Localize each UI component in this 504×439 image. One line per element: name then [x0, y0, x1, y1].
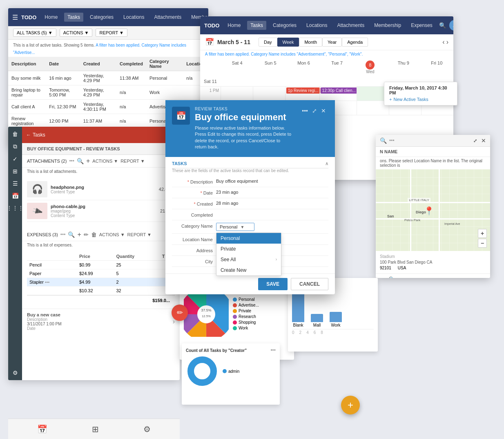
sidebar-list-icon[interactable]: ☰ — [13, 180, 18, 187]
exp-report-btn[interactable]: REPORT ▼ — [127, 232, 152, 237]
row-more-icon[interactable]: ••• — [45, 280, 50, 284]
att-search-icon[interactable]: 🔍 — [77, 158, 84, 164]
cal-prev-icon[interactable]: ‹ — [442, 38, 444, 46]
map-maximize-icon[interactable]: ⤢ — [473, 138, 477, 143]
exp-more-icon[interactable]: ••• — [60, 232, 66, 237]
cal-next-icon[interactable]: › — [446, 38, 448, 46]
cal-nav-membership[interactable]: Membership — [371, 21, 404, 30]
dropdown-option-see-all[interactable]: See All › — [216, 254, 281, 265]
cal-search-icon[interactable]: 🔍 — [439, 22, 446, 29]
sidebar-apps-icon[interactable]: ⋮⋮⋮ — [8, 205, 24, 211]
fab-button[interactable]: + — [341, 396, 360, 414]
cal-tab-year[interactable]: Year — [322, 38, 342, 47]
cal-nav-expenses[interactable]: Expenses — [408, 21, 436, 30]
table-row[interactable]: Stapler ••• $4.99 2 — [27, 278, 175, 287]
slot-mon6-1pm[interactable]: 1p Review regi... — [285, 87, 319, 101]
zoom-in-btn[interactable]: + — [478, 229, 487, 238]
map-more-icon[interactable]: ••• — [389, 138, 395, 143]
map-country: USA — [398, 266, 406, 270]
map-forward-icon[interactable]: → — [416, 276, 422, 278]
dialog-close-btn[interactable]: ✕ — [320, 107, 327, 115]
table-row[interactable]: Paper $24.99 5 — [27, 269, 175, 278]
mobile-grid-icon[interactable]: ⊞ — [92, 424, 99, 434]
nav-tasks[interactable]: Tasks — [64, 13, 83, 22]
map-more2-icon[interactable]: ••• — [380, 276, 385, 278]
nav-attachments[interactable]: Attachments — [151, 13, 185, 22]
tasks-collapse-icon[interactable]: ∧ — [325, 161, 328, 166]
att-section-title: BUY OFFICE EQUIPMENT - REVIEW TASKS — [22, 143, 180, 155]
table-row[interactable]: Pencil $0.99 25 — [27, 261, 175, 269]
cal-nav-tasks[interactable]: Tasks — [247, 21, 266, 30]
report-btn[interactable]: REPORT ▼ — [96, 29, 127, 37]
map-back-icon[interactable]: ← — [407, 276, 413, 278]
map-close-icon[interactable]: ✕ — [481, 137, 486, 144]
nav-home[interactable]: Home — [41, 13, 61, 22]
nav-categories[interactable]: Categories — [87, 13, 117, 22]
category-dropdown[interactable]: Personal ▼ — [216, 223, 254, 231]
cancel-button[interactable]: CANCEL — [291, 278, 328, 290]
save-button[interactable]: SAVE — [258, 278, 288, 290]
att-more-icon[interactable]: ••• — [69, 158, 74, 164]
zoom-out-btn[interactable]: − — [478, 239, 487, 248]
exp-delete-icon[interactable]: 🗑 — [91, 231, 97, 238]
sidebar-check-icon[interactable]: ✓ — [13, 156, 18, 162]
cal-nav-locations[interactable]: Locations — [303, 21, 330, 30]
dropdown-option-create-new[interactable]: Create New — [216, 265, 281, 275]
actions-btn[interactable]: ACTIONS ▼ — [60, 29, 93, 37]
slot-sun5-1pm[interactable] — [253, 87, 285, 101]
table-row[interactable]: Bring laptop to repair Tomorrow, 5:00 PM… — [8, 85, 208, 100]
exp-search-icon[interactable]: 🔍 — [68, 231, 75, 238]
all-tasks-btn[interactable]: ALL TASKS (5) ▼ — [13, 29, 56, 37]
map-search-icon[interactable]: 🔍 — [380, 137, 387, 144]
event-review[interactable]: 1p Review regi... — [286, 87, 320, 94]
sidebar-grid-icon[interactable]: ⊞ — [13, 168, 18, 175]
table-row[interactable]: $10.32 32 — [27, 287, 175, 295]
dropdown-option-personal[interactable]: Personal — [216, 233, 281, 244]
donut-more-icon[interactable]: ••• — [270, 347, 276, 353]
dialog-header: 📅 REVIEW TASKS Buy office equipment Plea… — [165, 100, 335, 157]
cal-icon[interactable]: 📅 — [205, 38, 214, 47]
edit-fab-button[interactable]: ✏ — [172, 305, 188, 321]
hamburger-icon[interactable]: ☰ — [12, 13, 18, 21]
cal-tab-week[interactable]: Week — [277, 38, 299, 47]
cal-nav-categories[interactable]: Categories — [270, 21, 300, 30]
col-date: Date — [46, 57, 80, 71]
cal-tab-day[interactable]: Day — [259, 38, 277, 47]
map-search2-icon[interactable]: 🔍 — [388, 276, 395, 278]
mobile-gear-icon[interactable]: ⚙ — [143, 424, 151, 434]
sidebar-calendar-icon[interactable]: 📅 — [12, 193, 19, 199]
dialog-body: TASKS ∧ These are the fields of the acti… — [165, 157, 335, 273]
att-add-icon[interactable]: + — [86, 157, 90, 165]
map-navigate-icon[interactable]: ▲ — [399, 276, 404, 278]
list-item[interactable]: 🔌 phono-cable.jpg image/jpeg Content Typ… — [27, 200, 175, 222]
exp-add-icon[interactable]: + — [77, 231, 81, 238]
nav-locations[interactable]: Locations — [120, 13, 147, 22]
dropdown-option-private[interactable]: Private — [216, 244, 281, 254]
exp-edit-icon[interactable]: ✏ — [84, 231, 89, 238]
legend-dot-research — [233, 315, 237, 319]
donut-title: Count of All Tasks by "Creator" — [186, 348, 247, 353]
slot-tue7-1pm[interactable]: 12:30p Call clien... — [319, 87, 357, 101]
sidebar-copy-icon[interactable]: ⧉ — [13, 143, 17, 150]
dialog-more-btn[interactable]: ••• — [301, 107, 309, 115]
cal-avatar[interactable]: A — [449, 20, 453, 31]
sidebar-trash-icon[interactable]: 🗑 — [12, 131, 18, 137]
see-all-chevron-icon: › — [276, 257, 277, 262]
cal-tab-month[interactable]: Month — [299, 38, 322, 47]
back-button[interactable]: ← Tasks — [26, 132, 45, 138]
dialog-description: Please review active tasks information b… — [195, 125, 293, 150]
att-report-btn[interactable]: REPORT ▼ — [120, 159, 145, 164]
list-item[interactable]: 🎧 headphone.png Content Type 42.6 KB — [27, 179, 175, 200]
att-actions-btn[interactable]: ACTIONS ▼ — [92, 159, 118, 164]
cal-nav-home[interactable]: Home — [224, 21, 244, 30]
event-call[interactable]: 12:30p Call clien... — [321, 87, 357, 94]
dialog-maximize-btn[interactable]: ⤢ — [311, 107, 318, 115]
mobile-calendar-icon[interactable]: 📅 — [37, 424, 47, 434]
slot-sat4-1pm[interactable] — [221, 87, 253, 101]
cal-nav-attachments[interactable]: Attachments — [334, 21, 368, 30]
exp-actions-btn[interactable]: ACTIONS ▼ — [99, 232, 125, 237]
cal-tab-agenda[interactable]: Agenda — [342, 38, 368, 47]
tooltip-add-action[interactable]: + New Active Tasks — [389, 97, 452, 102]
sidebar-settings-icon[interactable]: ⚙ — [13, 370, 18, 376]
table-row[interactable]: Buy some milk 16 min ago Yesterday, 4:29… — [8, 71, 208, 85]
